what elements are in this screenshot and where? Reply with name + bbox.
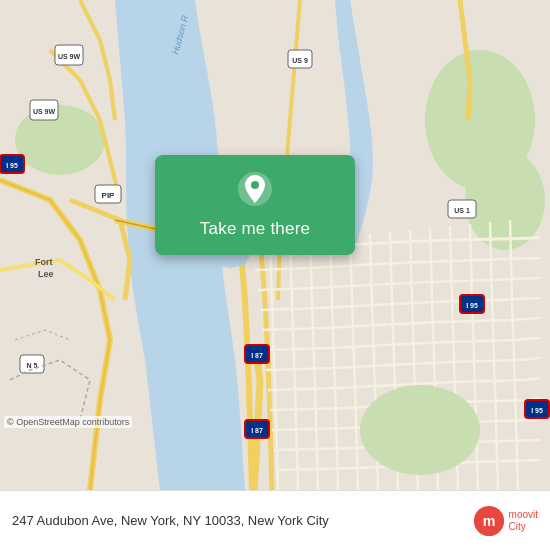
svg-point-2 [465,150,545,250]
svg-point-35 [251,181,259,189]
svg-text:Fort: Fort [35,257,53,267]
svg-text:I 87: I 87 [251,427,263,434]
moovit-logo: m moovit City [473,505,538,537]
svg-text:US 9W: US 9W [58,53,81,60]
svg-text:I 95: I 95 [466,302,478,309]
svg-text:Lee: Lee [38,269,54,279]
svg-text:m: m [482,513,495,529]
location-pin-icon [237,171,273,207]
take-me-there-button[interactable]: Take me there [200,217,310,241]
svg-point-3 [15,105,105,175]
svg-point-33 [360,385,480,475]
svg-text:PIP: PIP [102,191,116,200]
svg-text:I 95: I 95 [6,162,18,169]
svg-text:US 1: US 1 [454,207,470,214]
svg-text:I 95: I 95 [531,407,543,414]
moovit-icon: m [473,505,505,537]
bottom-bar: 247 Audubon Ave, New York, NY 10033, New… [0,490,550,550]
moovit-text: moovit City [509,509,538,533]
osm-attribution: © OpenStreetMap contributors [4,416,132,428]
address-text: 247 Audubon Ave, New York, NY 10033, New… [12,513,473,528]
svg-text:US 9W: US 9W [33,108,56,115]
map-container: US 9W US 9W US 9 I 87 I 87 I 95 I 95 I 9… [0,0,550,490]
svg-text:I 87: I 87 [251,352,263,359]
svg-text:US 9: US 9 [292,57,308,64]
location-card: Take me there [155,155,355,255]
